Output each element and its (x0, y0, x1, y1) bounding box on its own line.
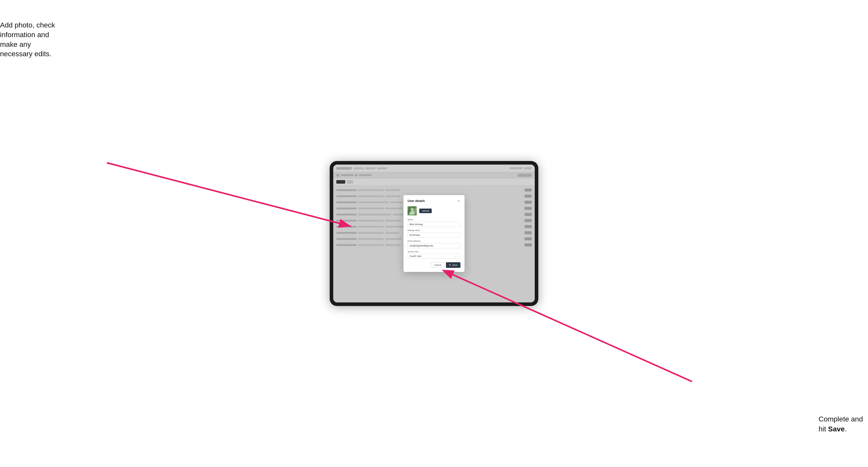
clear-icon[interactable]: × (455, 255, 456, 257)
user-details-modal: User details × Upload Name (403, 195, 465, 272)
close-button[interactable]: × (457, 199, 461, 203)
display-name-input[interactable] (407, 232, 461, 238)
name-field: Name (407, 218, 461, 227)
modal-overlay: User details × Upload Name (333, 164, 535, 303)
school-year-value: Fourth Year (410, 255, 422, 257)
avatar-image (407, 206, 417, 215)
tablet-device: User details × Upload Name (330, 161, 538, 306)
cancel-button[interactable]: Cancel (431, 262, 444, 268)
save-button[interactable]: ⬆ Save (446, 262, 461, 268)
email-label: Email address (407, 240, 461, 242)
photo-row: Upload (407, 206, 461, 215)
modal-title: User details (407, 199, 425, 203)
school-year-select[interactable]: Fourth Year × ⌄ (407, 254, 461, 259)
email-input[interactable] (407, 243, 461, 248)
name-label: Name (407, 218, 461, 221)
annotation-topleft: Add photo, check information and make an… (0, 20, 56, 59)
scene: Add photo, check information and make an… (0, 0, 868, 467)
display-name-field: Display name (407, 229, 461, 238)
modal-footer: Cancel ⬆ Save (407, 262, 461, 268)
school-year-field: School Year Fourth Year × ⌄ (407, 251, 461, 259)
school-year-label: School Year (407, 251, 461, 253)
avatar (407, 206, 417, 215)
chevron-down-icon[interactable]: ⌄ (457, 255, 458, 257)
upload-button[interactable]: Upload (419, 209, 432, 213)
select-controls: × ⌄ (455, 255, 458, 257)
name-input[interactable] (407, 222, 461, 227)
display-name-label: Display name (407, 229, 461, 231)
tablet-screen: User details × Upload Name (333, 164, 535, 303)
email-field: Email address (407, 240, 461, 248)
modal-header: User details × (407, 199, 461, 203)
annotation-bottomright: Complete and hit Save. (819, 414, 863, 434)
save-icon: ⬆ (449, 264, 451, 266)
